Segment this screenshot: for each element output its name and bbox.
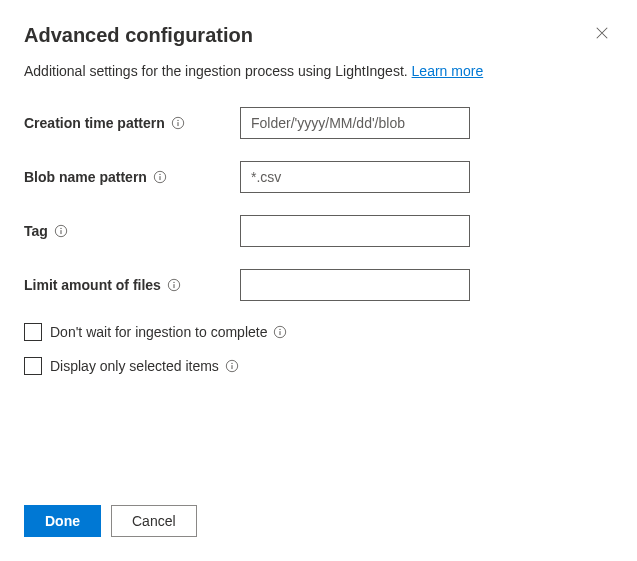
close-icon [595,26,609,43]
blob-name-pattern-label-text: Blob name pattern [24,169,147,185]
svg-point-10 [173,282,174,283]
svg-rect-2 [177,122,178,126]
dont-wait-label-text: Don't wait for ingestion to complete [50,324,267,340]
tag-label: Tag [24,223,240,239]
svg-point-13 [280,329,281,330]
display-selected-checkbox[interactable] [24,357,42,375]
svg-point-4 [159,174,160,175]
svg-rect-5 [159,176,160,180]
dialog-title: Advanced configuration [24,24,253,47]
subtitle-text: Additional settings for the ingestion pr… [24,63,412,79]
cancel-button[interactable]: Cancel [111,505,197,537]
svg-rect-11 [173,284,174,288]
info-icon[interactable] [153,170,167,184]
tag-label-text: Tag [24,223,48,239]
svg-rect-14 [280,331,281,335]
info-icon[interactable] [273,325,287,339]
info-icon[interactable] [167,278,181,292]
limit-files-input[interactable] [240,269,470,301]
limit-files-label-text: Limit amount of files [24,277,161,293]
limit-files-label: Limit amount of files [24,277,240,293]
svg-rect-17 [231,365,232,369]
info-icon[interactable] [54,224,68,238]
learn-more-link[interactable]: Learn more [412,63,484,79]
blob-name-pattern-label: Blob name pattern [24,169,240,185]
svg-point-16 [231,363,232,364]
display-selected-label: Display only selected items [50,358,239,374]
blob-name-pattern-input[interactable] [240,161,470,193]
svg-rect-8 [60,230,61,234]
done-button[interactable]: Done [24,505,101,537]
creation-time-pattern-label-text: Creation time pattern [24,115,165,131]
info-icon[interactable] [171,116,185,130]
creation-time-pattern-label: Creation time pattern [24,115,240,131]
tag-input[interactable] [240,215,470,247]
dont-wait-checkbox[interactable] [24,323,42,341]
info-icon[interactable] [225,359,239,373]
display-selected-label-text: Display only selected items [50,358,219,374]
svg-point-1 [177,120,178,121]
creation-time-pattern-input[interactable] [240,107,470,139]
dialog-subtitle: Additional settings for the ingestion pr… [24,63,613,79]
svg-point-7 [60,228,61,229]
dont-wait-label: Don't wait for ingestion to complete [50,324,287,340]
close-button[interactable] [591,24,613,46]
